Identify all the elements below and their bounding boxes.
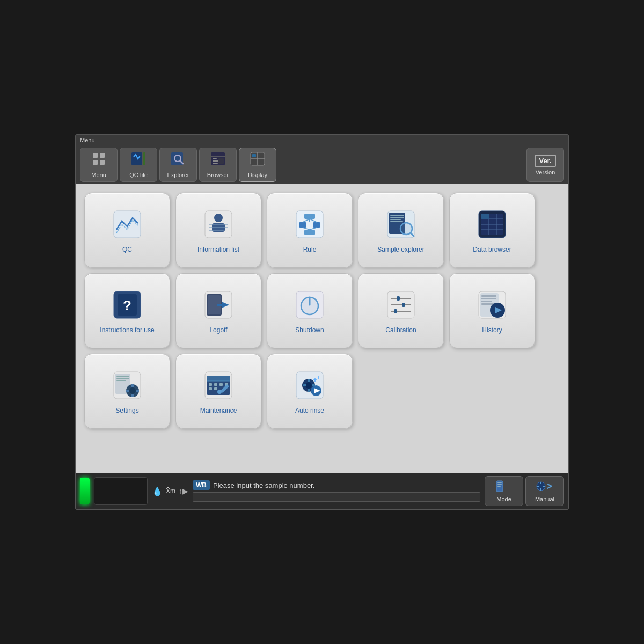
sample-explorer-icon: [384, 207, 418, 241]
xm-icon: X̄m: [166, 487, 175, 495]
toolbar-display-btn[interactable]: Display: [239, 148, 276, 182]
svg-point-84: [129, 387, 136, 394]
mode-label: Mode: [496, 496, 511, 502]
svg-point-99: [217, 390, 222, 394]
version-btn[interactable]: Ver. Version: [526, 148, 564, 182]
svg-rect-59: [217, 304, 226, 306]
svg-rect-93: [209, 383, 212, 386]
wb-badge: WB: [193, 480, 210, 490]
svg-rect-74: [481, 301, 492, 302]
main-content: QC Information list: [76, 184, 568, 473]
menu-icon: [91, 151, 106, 170]
shutdown-icon: [292, 288, 327, 322]
tile-settings-label: Settings: [115, 407, 138, 414]
svg-rect-41: [390, 221, 403, 222]
tile-data-browser-label: Data browser: [473, 246, 511, 253]
toolbar-menu-label: Menu: [91, 172, 106, 178]
auto-rinse-icon: [292, 368, 327, 402]
svg-rect-0: [93, 153, 98, 158]
bottom-icons: 💧 X̄m ↑▶: [152, 486, 188, 496]
tile-shutdown-label: Shutdown: [295, 326, 324, 334]
tile-info-list-label: Information list: [197, 246, 239, 253]
svg-rect-19: [114, 211, 141, 238]
svg-rect-33: [304, 230, 315, 235]
tile-auto-rinse[interactable]: Auto rinse: [267, 354, 353, 429]
manual-label: Manual: [535, 496, 554, 502]
svg-line-122: [547, 486, 552, 488]
svg-rect-103: [308, 379, 310, 382]
toolbar: Menu QC file Explorer: [76, 145, 568, 184]
tile-instructions[interactable]: ? Instructions for use: [84, 273, 170, 348]
svg-text:?: ?: [123, 297, 131, 313]
title-bar: Menu: [76, 135, 568, 145]
toolbar-qcfile-btn[interactable]: QC file: [120, 148, 157, 182]
svg-rect-104: [308, 389, 310, 392]
status-light: [80, 478, 90, 504]
sample-number-input[interactable]: [193, 492, 480, 502]
toolbar-display-label: Display: [248, 172, 267, 178]
bottom-bar: 💧 X̄m ↑▶ WB Please input the sample numb…: [76, 473, 568, 509]
mode-btn[interactable]: Mode: [485, 476, 523, 506]
svg-rect-95: [219, 383, 223, 386]
grid-row-3: Settings: [84, 354, 560, 429]
window-title: Menu: [80, 137, 95, 143]
qcfile-icon: [130, 151, 147, 170]
manual-btn[interactable]: Manual: [525, 476, 564, 506]
tile-history[interactable]: History: [449, 273, 535, 348]
svg-rect-5: [143, 152, 145, 165]
data-browser-icon: [475, 207, 509, 241]
manual-icon: [536, 480, 554, 494]
svg-rect-23: [209, 224, 228, 225]
svg-rect-113: [497, 482, 502, 483]
svg-rect-12: [213, 160, 219, 162]
tile-information-list[interactable]: Information list: [175, 193, 261, 268]
version-label: Version: [536, 169, 555, 175]
svg-rect-98: [214, 387, 217, 390]
toolbar-menu-btn[interactable]: Menu: [80, 148, 118, 182]
info-list-icon: [201, 207, 236, 241]
svg-point-21: [214, 214, 223, 222]
svg-rect-18: [252, 154, 256, 157]
svg-rect-30: [313, 222, 320, 228]
app-window: Menu Menu QC: [75, 134, 569, 510]
toolbar-qcfile-label: QC file: [129, 172, 148, 178]
tile-shutdown[interactable]: Shutdown: [267, 273, 353, 348]
logoff-icon: [201, 288, 236, 322]
tile-sample-explorer[interactable]: Sample explorer: [358, 193, 444, 268]
version-box-label: Ver.: [535, 155, 555, 167]
svg-rect-1: [100, 153, 105, 158]
display-icon: [250, 151, 266, 170]
svg-rect-114: [497, 484, 502, 485]
svg-rect-91: [207, 376, 230, 381]
svg-rect-2: [93, 160, 98, 165]
tile-rule[interactable]: Rule: [267, 193, 353, 268]
svg-rect-80: [116, 376, 129, 377]
svg-rect-11: [213, 158, 217, 159]
svg-rect-115: [497, 486, 501, 487]
tile-logoff[interactable]: Logoff: [175, 273, 261, 348]
svg-rect-88: [136, 390, 139, 392]
toolbar-browser-label: Browser: [207, 172, 229, 178]
tile-maintenance[interactable]: Maintenance: [175, 354, 261, 429]
svg-rect-86: [131, 394, 134, 397]
svg-rect-14: [218, 158, 224, 164]
svg-rect-40: [390, 219, 401, 220]
mode-icon: [496, 480, 512, 494]
svg-rect-105: [303, 384, 306, 386]
browser-icon: [210, 151, 226, 170]
svg-rect-97: [209, 387, 212, 390]
tile-rule-label: Rule: [303, 246, 317, 253]
tile-settings[interactable]: Settings: [84, 354, 170, 429]
tile-history-label: History: [482, 326, 502, 334]
tile-instructions-label: Instructions for use: [100, 326, 154, 334]
tile-qc[interactable]: QC: [84, 193, 170, 268]
explorer-icon: [170, 151, 186, 170]
svg-rect-29: [299, 222, 306, 228]
grid-row-1: QC Information list: [84, 193, 560, 268]
svg-rect-3: [100, 160, 105, 165]
tile-data-browser[interactable]: Data browser: [449, 193, 535, 268]
toolbar-explorer-btn[interactable]: Explorer: [159, 148, 197, 182]
qc-icon: [110, 207, 144, 241]
tile-calibration[interactable]: Calibration: [358, 273, 444, 348]
toolbar-browser-btn[interactable]: Browser: [199, 148, 237, 182]
